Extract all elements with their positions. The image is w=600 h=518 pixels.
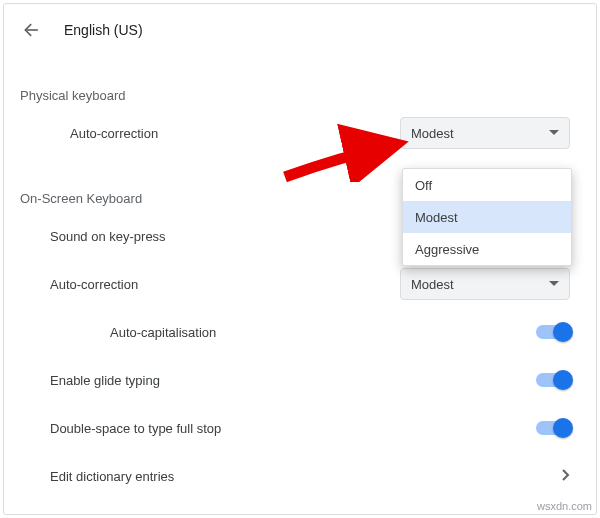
dropdown-value: Modest	[411, 126, 454, 141]
row-auto-capitalisation[interactable]: Auto-capitalisation	[0, 308, 600, 356]
header-bar: English (US)	[0, 0, 600, 42]
row-physical-auto-correction: Auto-correction Modest	[0, 109, 600, 157]
menu-item-aggressive[interactable]: Aggressive	[403, 233, 571, 265]
row-onscreen-auto-correction: Auto-correction Modest	[0, 260, 600, 308]
caret-down-icon	[549, 277, 559, 292]
toggle-double-space[interactable]	[536, 421, 570, 435]
menu-item-modest[interactable]: Modest	[403, 201, 571, 233]
toggle-glide-typing[interactable]	[536, 373, 570, 387]
label-edit-dictionary: Edit dictionary entries	[50, 469, 174, 484]
section-physical-keyboard: Physical keyboard	[0, 88, 600, 103]
menu-item-off[interactable]: Off	[403, 169, 571, 201]
caret-down-icon	[549, 126, 559, 141]
toggle-auto-capitalisation[interactable]	[536, 325, 570, 339]
row-enable-glide-typing[interactable]: Enable glide typing	[0, 356, 600, 404]
dropdown-physical-auto-correction[interactable]: Modest	[400, 117, 570, 149]
label-sound-on-keypress: Sound on key-press	[50, 229, 166, 244]
dropdown-menu-auto-correction[interactable]: Off Modest Aggressive	[402, 168, 572, 266]
label-enable-glide-typing: Enable glide typing	[50, 373, 160, 388]
label-double-space-full-stop: Double-space to type full stop	[50, 421, 221, 436]
row-double-space-full-stop[interactable]: Double-space to type full stop	[0, 404, 600, 452]
label-physical-auto-correction: Auto-correction	[70, 126, 158, 141]
chevron-right-icon	[562, 469, 570, 484]
label-auto-capitalisation: Auto-capitalisation	[110, 325, 216, 340]
dropdown-value: Modest	[411, 277, 454, 292]
row-edit-dictionary[interactable]: Edit dictionary entries	[0, 452, 600, 500]
watermark: wsxdn.com	[537, 500, 592, 512]
settings-page: { "header": { "title": "English (US)" },…	[0, 0, 600, 518]
dropdown-onscreen-auto-correction[interactable]: Modest	[400, 268, 570, 300]
arrow-left-icon	[22, 20, 42, 40]
label-onscreen-auto-correction: Auto-correction	[50, 277, 138, 292]
page-title: English (US)	[64, 22, 143, 38]
back-button[interactable]	[20, 18, 44, 42]
